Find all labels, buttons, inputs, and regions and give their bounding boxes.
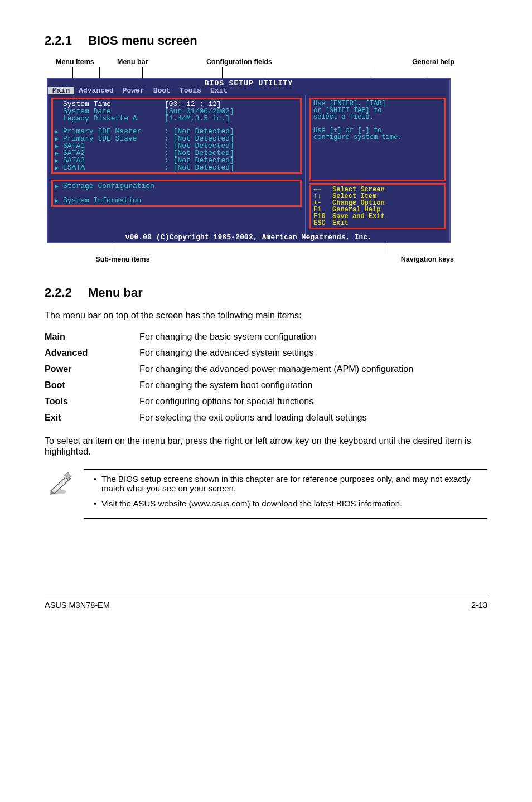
def-term: Tools <box>45 393 139 409</box>
bios-title: BIOS SETUP UTILITY <box>48 79 449 87</box>
label-menu-bar: Menu bar <box>117 58 190 66</box>
def-term: Advanced <box>45 345 139 361</box>
def-desc: For configuring options for special func… <box>139 393 487 409</box>
bios-item-value[interactable]: [1.44M,3.5 in.] <box>165 115 230 122</box>
def-term: Exit <box>45 409 139 426</box>
def-term: Main <box>45 328 139 345</box>
bios-item-label[interactable]: ESATA <box>55 164 165 171</box>
pencil-note-icon <box>48 471 72 496</box>
label-menu-items: Menu items <box>45 58 117 66</box>
bios-menu-boot[interactable]: Boot <box>149 87 175 94</box>
def-desc: For changing the advanced power manageme… <box>139 361 487 377</box>
definitions-table: MainFor changing the basic system config… <box>45 328 487 426</box>
def-term: Boot <box>45 377 139 393</box>
bios-help-line: configure system time. <box>313 134 442 141</box>
bios-items-box: System Time[03: 12 : 12]System Date[Sun … <box>51 98 302 174</box>
bios-help-top-box: Use [ENTER], [TAB]or [SHIFT-TAB] toselec… <box>309 98 446 181</box>
label-config-fields: Configuration fields <box>190 58 346 66</box>
table-row: AdvancedFor changing the advanced system… <box>45 345 487 361</box>
section-heading-1: 2.2.1BIOS menu screen <box>45 33 487 48</box>
table-row: ExitFor selecting the exit options and l… <box>45 409 487 426</box>
footer-left: ASUS M3N78-EM <box>45 601 110 610</box>
note-body: The BIOS setup screens shown in this cha… <box>84 469 487 519</box>
bios-item-value[interactable]: : [Not Detected] <box>165 164 234 171</box>
table-row: PowerFor changing the advanced power man… <box>45 361 487 377</box>
bios-menu-main[interactable]: Main <box>48 87 74 94</box>
bios-help-pane: Use [ENTER], [TAB]or [SHIFT-TAB] toselec… <box>306 95 449 234</box>
intro-paragraph: The menu bar on top of the screen has th… <box>45 310 487 321</box>
label-navigation-keys: Navigation keys <box>167 255 487 263</box>
def-desc: For changing the basic system configurat… <box>139 328 487 345</box>
table-row: BootFor changing the system boot configu… <box>45 377 487 393</box>
callout-labels-top: Menu items Menu bar Configuration fields… <box>45 58 487 66</box>
bios-menu-bar: Main Advanced Power Boot Tools Exit <box>48 87 449 95</box>
bios-help-line: select a field. <box>313 114 442 120</box>
def-desc: For changing the advanced system setting… <box>139 345 487 361</box>
bios-help-bottom-box: ←→Select Screen↑↓Select Item+-Change Opt… <box>309 183 446 229</box>
bios-screenshot: BIOS SETUP UTILITY Main Advanced Power B… <box>47 78 451 243</box>
section-title-1: BIOS menu screen <box>88 33 197 47</box>
connector-lines-bottom <box>45 243 487 254</box>
table-row: ToolsFor configuring options for special… <box>45 393 487 409</box>
def-term: Power <box>45 361 139 377</box>
bios-help-key: ESC <box>313 220 332 226</box>
bios-menu-advanced[interactable]: Advanced <box>74 87 118 94</box>
bios-submenu-item[interactable]: Storage Configuration <box>55 182 165 190</box>
bios-menu-tools[interactable]: Tools <box>175 87 206 94</box>
def-desc: For changing the system boot configurati… <box>139 377 487 393</box>
bios-submenu-item[interactable]: System Information <box>55 197 165 204</box>
section-number-1: 2.2.1 <box>45 33 88 48</box>
bios-menu-power[interactable]: Power <box>118 87 149 94</box>
bios-item-label[interactable]: Legacy Diskette A <box>55 115 165 122</box>
section-title-2: Menu bar <box>88 286 143 299</box>
note-item: Visit the ASUS website (www.asus.com) to… <box>94 499 487 508</box>
bios-help-action: Exit <box>332 219 349 227</box>
def-desc: For selecting the exit options and loadi… <box>139 409 487 426</box>
label-general-help: General help <box>346 58 487 66</box>
page-footer: ASUS M3N78-EM 2-13 <box>45 597 487 610</box>
footer-right: 2-13 <box>471 601 487 610</box>
bios-left-pane: System Time[03: 12 : 12]System Date[Sun … <box>48 95 306 234</box>
note-block: The BIOS setup screens shown in this cha… <box>45 469 487 519</box>
select-paragraph: To select an item on the menu bar, press… <box>45 436 487 457</box>
callout-labels-bottom: Sub-menu items Navigation keys <box>45 255 487 263</box>
bios-submenu-box: Storage ConfigurationSystem Information <box>51 180 302 207</box>
section-heading-2: 2.2.2Menu bar <box>45 286 487 300</box>
table-row: MainFor changing the basic system config… <box>45 328 487 345</box>
label-submenu-items: Sub-menu items <box>45 255 167 263</box>
connector-lines-top <box>45 67 487 78</box>
bios-footer: v00.00 (C)Copyright 1985-2002, American … <box>48 234 449 242</box>
note-item: The BIOS setup screens shown in this cha… <box>94 474 487 493</box>
bios-menu-exit[interactable]: Exit <box>206 87 232 94</box>
section-number-2: 2.2.2 <box>45 286 88 300</box>
